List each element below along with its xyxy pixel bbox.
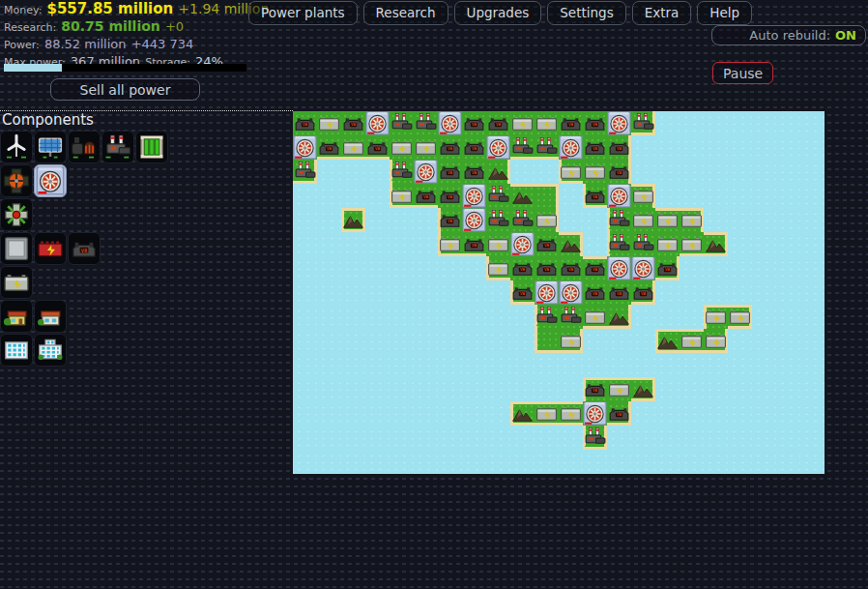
map-tile-water[interactable]: [365, 305, 390, 329]
map-tile-generator[interactable]: V8: [438, 160, 462, 184]
map-tile-mountain[interactable]: [559, 232, 583, 256]
map-tile-battery[interactable]: [704, 305, 728, 329]
map-tile-generator[interactable]: V8: [583, 111, 607, 135]
map-tile-water[interactable]: [317, 208, 341, 232]
map-tile-water[interactable]: [728, 160, 752, 184]
map-tile-water[interactable]: [680, 401, 704, 426]
map-tile-water[interactable]: [680, 305, 704, 329]
map-tile-water[interactable]: [776, 232, 800, 256]
map-tile-water[interactable]: [800, 232, 825, 256]
map-tile-generator[interactable]: V8: [438, 184, 462, 208]
map-tile-water[interactable]: [510, 377, 535, 401]
pause-button[interactable]: Pause: [712, 62, 773, 84]
map-tile-water[interactable]: [631, 401, 655, 426]
map-tile-water[interactable]: [341, 329, 365, 353]
component-button-small-house[interactable]: [0, 300, 33, 333]
map-tile-water[interactable]: [341, 160, 365, 184]
map-tile-water[interactable]: [776, 160, 800, 184]
map-tile-mountain[interactable]: [704, 232, 728, 256]
map-tile-battery[interactable]: [583, 160, 607, 184]
map-tile-water[interactable]: [341, 280, 365, 305]
map-tile-mountain[interactable]: [510, 401, 535, 426]
map-tile-battery[interactable]: [390, 135, 414, 160]
map-tile-water[interactable]: [631, 305, 655, 329]
map-tile-water[interactable]: [655, 401, 680, 426]
map-tile-water[interactable]: [365, 208, 390, 232]
map-tile-water[interactable]: [414, 426, 438, 450]
map-tile-water[interactable]: [800, 450, 825, 474]
map-tile-water[interactable]: [752, 256, 776, 280]
map-tile-water[interactable]: [293, 401, 317, 426]
map-tile-gas-burner[interactable]: [510, 135, 535, 160]
map-tile-land[interactable]: [535, 329, 559, 353]
map-tile-generator[interactable]: V8: [559, 256, 583, 280]
map-tile-generator[interactable]: V8: [462, 111, 486, 135]
map-tile-generator[interactable]: V8: [607, 401, 631, 426]
map-tile-water[interactable]: [607, 426, 631, 450]
map-tile-water[interactable]: [510, 329, 535, 353]
map-tile-water[interactable]: [317, 450, 341, 474]
map-tile-water[interactable]: [486, 450, 510, 474]
map-tile-water[interactable]: [704, 256, 728, 280]
map-tile-gas-burner[interactable]: [535, 305, 559, 329]
map-tile-water[interactable]: [655, 426, 680, 450]
map-tile-water[interactable]: [317, 353, 341, 377]
map-tile-water[interactable]: [365, 450, 390, 474]
map-tile-gas-burner[interactable]: [631, 232, 655, 256]
map-tile-generator[interactable]: V8: [317, 135, 341, 160]
map-tile-water[interactable]: [704, 377, 728, 401]
map-tile-gas-burner[interactable]: [583, 426, 607, 450]
map-tile-fusion-reactor[interactable]: [559, 135, 583, 160]
map-tile-battery[interactable]: [559, 401, 583, 426]
map-tile-water[interactable]: [486, 353, 510, 377]
map-tile-water[interactable]: [341, 401, 365, 426]
menu-button-research[interactable]: Research: [363, 1, 448, 25]
map-tile-generator[interactable]: V8: [365, 135, 390, 160]
map-tile-water[interactable]: [293, 232, 317, 256]
map-tile-water[interactable]: [414, 353, 438, 377]
map-tile-water[interactable]: [728, 377, 752, 401]
map-tile-fusion-reactor[interactable]: [414, 160, 438, 184]
map-tile-water[interactable]: [776, 280, 800, 305]
map-tile-generator[interactable]: V8: [510, 280, 535, 305]
map-tile-water[interactable]: [510, 450, 535, 474]
map-tile-water[interactable]: [680, 377, 704, 401]
map-tile-water[interactable]: [293, 377, 317, 401]
map-tile-water[interactable]: [559, 426, 583, 450]
map-tile-water[interactable]: [704, 401, 728, 426]
map-tile-water[interactable]: [800, 305, 825, 329]
map-tile-water[interactable]: [535, 377, 559, 401]
map-tile-gas-burner[interactable]: [631, 111, 655, 135]
component-button-apartment[interactable]: [0, 334, 33, 367]
map-tile-water[interactable]: [414, 401, 438, 426]
map-tile-water[interactable]: [341, 232, 365, 256]
map-tile-gas-burner[interactable]: [293, 160, 317, 184]
map-tile-water[interactable]: [680, 160, 704, 184]
map-tile-generator[interactable]: V8: [631, 280, 655, 305]
map-tile-water[interactable]: [776, 377, 800, 401]
map-tile-water[interactable]: [390, 329, 414, 353]
map-tile-water[interactable]: [317, 426, 341, 450]
map-tile-water[interactable]: [317, 280, 341, 305]
map-tile-water[interactable]: [728, 232, 752, 256]
map-tile-water[interactable]: [800, 377, 825, 401]
map-tile-water[interactable]: [704, 450, 728, 474]
map-tile-mountain[interactable]: [510, 184, 535, 208]
map-tile-water[interactable]: [583, 353, 607, 377]
map-tile-water[interactable]: [680, 256, 704, 280]
map-tile-water[interactable]: [317, 256, 341, 280]
map-tile-water[interactable]: [365, 401, 390, 426]
map-tile-water[interactable]: [800, 160, 825, 184]
map-tile-mountain[interactable]: [631, 377, 655, 401]
map-tile-water[interactable]: [535, 353, 559, 377]
map-tile-water[interactable]: [752, 232, 776, 256]
map-tile-water[interactable]: [607, 353, 631, 377]
map-tile-water[interactable]: [390, 450, 414, 474]
map-tile-water[interactable]: [341, 184, 365, 208]
map-tile-water[interactable]: [486, 305, 510, 329]
map-tile-gas-burner[interactable]: [535, 135, 559, 160]
component-button-capacitor[interactable]: [0, 266, 33, 299]
map-tile-battery[interactable]: [559, 329, 583, 353]
map-tile-gas-burner[interactable]: [390, 160, 414, 184]
map-tile-fusion-reactor[interactable]: [293, 135, 317, 160]
